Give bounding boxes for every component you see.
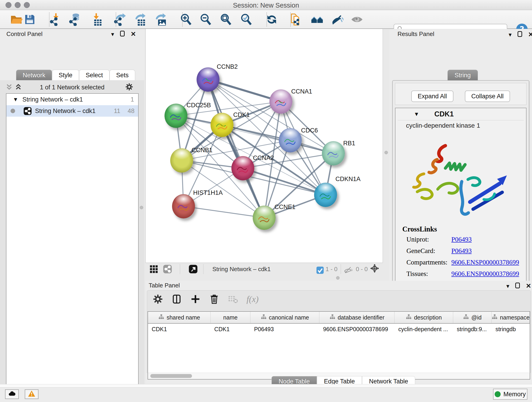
open-session-button[interactable] (10, 13, 23, 26)
memory-button[interactable]: Memory (493, 389, 527, 400)
column-label: database identifier (338, 314, 385, 321)
horizontal-splitter-handle[interactable] (336, 276, 340, 280)
scrollbar-thumb[interactable] (150, 374, 192, 378)
collapse-all-button[interactable]: Collapse All (465, 90, 510, 102)
show-all-button[interactable] (351, 13, 363, 26)
tab-network[interactable]: Network (16, 70, 52, 80)
collapse-panel-icon[interactable]: ▾ (509, 32, 512, 38)
cloud-button[interactable] (5, 389, 19, 399)
table-cell[interactable]: CDK1 (148, 324, 210, 335)
network-collection-row[interactable]: ▼ String Network – cdk1 1 (6, 94, 138, 105)
column-header-description[interactable]: description (394, 312, 453, 323)
close-panel-icon[interactable]: ✕ (526, 283, 531, 289)
selected-checkbox-icon[interactable] (316, 266, 325, 275)
node-CDKN1A[interactable] (314, 183, 337, 207)
node-RB1[interactable] (322, 141, 345, 166)
close-panel-icon[interactable]: ✕ (528, 32, 532, 38)
table-row[interactable]: CDK1CDK1P064939606.ENSP00000378699cyclin… (148, 324, 530, 335)
add-column-button[interactable] (190, 294, 201, 304)
import-network-database-button[interactable] (69, 13, 81, 26)
protein-card-header[interactable]: ▼ CDK1 (395, 108, 526, 120)
node-HIST1H1A[interactable] (172, 194, 195, 218)
float-panel-icon[interactable] (515, 283, 520, 289)
birdseye-icon[interactable] (370, 264, 379, 273)
table-panel: Table Panel ▾ ✕ f(x) shared namenamecano… (146, 281, 532, 384)
collapse-panel-icon[interactable]: ▾ (506, 283, 509, 289)
status-bar: Memory (0, 387, 532, 402)
open-in-window-icon[interactable] (189, 264, 198, 274)
node-CDC25B[interactable] (165, 104, 187, 128)
node-CDK1[interactable] (210, 113, 234, 137)
delete-column-button[interactable] (209, 294, 220, 304)
share-view-icon[interactable] (163, 264, 172, 274)
divider (180, 264, 180, 274)
import-network-file-button[interactable] (49, 13, 62, 26)
table-panel-controls: ▾ ✕ (506, 283, 531, 289)
table-cell[interactable]: CDK1 (210, 324, 250, 335)
node-CDC6[interactable] (279, 128, 302, 153)
function-builder-button[interactable]: f(x) (247, 294, 259, 304)
crosslink-link[interactable]: 9606.ENSP00000378699 (451, 259, 519, 266)
close-panel-icon[interactable]: ✕ (131, 31, 136, 37)
tree-expanded-icon[interactable]: ▼ (414, 111, 419, 117)
table-cell[interactable]: stringdb:9... (453, 324, 492, 335)
network-row[interactable]: String Network – cdk1 11 48 (6, 105, 138, 117)
refresh-layout-button[interactable] (265, 13, 278, 26)
string-home-button[interactable] (311, 13, 323, 26)
table-cell[interactable]: stringdb (492, 324, 530, 335)
table-cell[interactable]: 9606.ENSP00000378699 (319, 324, 394, 335)
column-header-databaseidentifier[interactable]: database identifier (319, 312, 394, 323)
import-network-database-icon (69, 13, 81, 26)
zoom-fit-button[interactable] (220, 13, 232, 26)
add-column-icon (190, 294, 201, 304)
export-image-button[interactable] (153, 13, 166, 26)
table-cell[interactable]: P06493 (250, 324, 319, 335)
crosslink-link[interactable]: P06493 (451, 247, 472, 255)
column-header-namespace[interactable]: namespace (492, 312, 530, 323)
grid-view-icon[interactable] (149, 264, 158, 274)
save-session-button[interactable] (23, 13, 36, 26)
column-header-canonicalname[interactable]: canonical name (250, 312, 319, 323)
float-panel-icon[interactable] (120, 31, 125, 37)
crosslink-link[interactable]: P06493 (451, 236, 472, 243)
expand-all-button[interactable]: Expand All (411, 90, 453, 102)
warning-button[interactable] (25, 389, 38, 399)
hide-selected-button[interactable] (331, 13, 343, 26)
zoom-selected-button[interactable] (240, 13, 253, 26)
toggle-columns-button[interactable] (171, 294, 182, 304)
tab-sets[interactable]: Sets (109, 70, 135, 80)
export-network-button[interactable] (114, 13, 126, 26)
node-CCNA1[interactable] (269, 89, 292, 114)
table-settings-gear-button[interactable] (152, 294, 163, 304)
zoom-in-button[interactable] (180, 13, 192, 26)
node-CCNB2[interactable] (196, 67, 220, 92)
table-toolbar: f(x) (152, 294, 259, 304)
collapse-panel-icon[interactable]: ▾ (111, 31, 114, 37)
import-table-button[interactable] (89, 13, 102, 26)
first-neighbors-button[interactable] (290, 13, 303, 26)
vertical-splitter-handle[interactable] (385, 151, 388, 154)
export-table-button[interactable] (133, 13, 146, 26)
delete-table-button[interactable] (228, 294, 238, 304)
tab-select[interactable]: Select (79, 70, 109, 80)
table-cell[interactable]: cyclin-dependent ... (394, 324, 453, 335)
vertical-splitter-handle[interactable] (140, 206, 143, 209)
protein-structure-image (406, 138, 516, 226)
node-CCNB1[interactable] (170, 148, 193, 172)
tree-expanded-icon[interactable]: ▼ (13, 96, 18, 103)
collection-count: 1 (131, 96, 134, 103)
column-header-name[interactable]: name (210, 312, 250, 323)
network-canvas[interactable]: CCNB2CCNA1CDC25BCDK1CDC6RB1CCNB1CCNA2CDK… (146, 29, 383, 263)
float-panel-icon[interactable] (518, 31, 522, 38)
node-CCNA2[interactable] (231, 156, 254, 180)
network-status-dot-icon (11, 109, 15, 113)
tab-style[interactable]: Style (52, 70, 79, 80)
network-options-gear-icon[interactable] (125, 83, 133, 92)
zoom-out-button[interactable] (199, 13, 212, 26)
export-network-icon (114, 13, 126, 26)
column-header-sharedname[interactable]: shared name (148, 312, 210, 323)
tab-string[interactable]: String (447, 70, 478, 80)
node-CCNE1[interactable] (253, 206, 276, 230)
crosslink-link[interactable]: 9606.ENSP00000378699 (451, 270, 519, 278)
column-header-id[interactable]: @id (453, 312, 492, 323)
